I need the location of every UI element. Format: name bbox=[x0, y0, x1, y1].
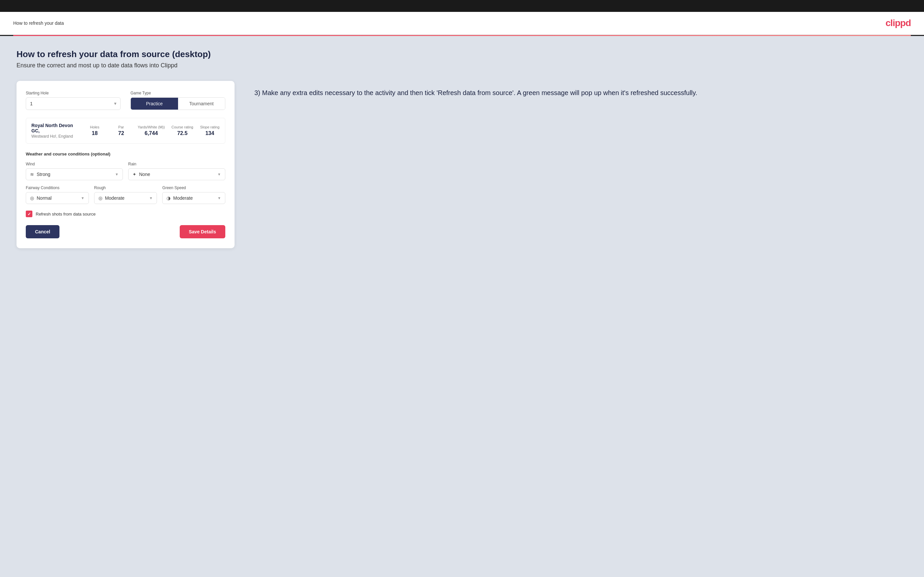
wind-dropdown[interactable]: ≋ Strong ▼ bbox=[26, 168, 123, 180]
fairway-label: Fairway Conditions bbox=[26, 185, 89, 190]
form-card: Starting Hole 1 ▼ Game Type Practice Tou… bbox=[16, 81, 234, 248]
top-bar bbox=[0, 0, 924, 12]
starting-hole-label: Starting Hole bbox=[26, 91, 121, 95]
page-subheading: Ensure the correct and most up to date d… bbox=[16, 62, 908, 69]
wind-rain-row: Wind ≋ Strong ▼ Rain ✦ None ▼ bbox=[26, 162, 225, 180]
slope-rating-label: Slope rating bbox=[200, 125, 220, 129]
side-text: 3) Make any extra edits necessary to the… bbox=[254, 81, 908, 98]
wind-value: Strong bbox=[37, 172, 112, 177]
rain-icon: ✦ bbox=[132, 172, 136, 177]
clippd-logo: clippd bbox=[886, 18, 911, 28]
conditions-title: Weather and course conditions (optional) bbox=[26, 152, 225, 156]
starting-hole-select-wrapper: 1 ▼ bbox=[26, 97, 121, 110]
fairway-value: Normal bbox=[37, 195, 78, 201]
green-speed-chevron-icon: ▼ bbox=[217, 196, 221, 200]
fairway-field: Fairway Conditions ◎ Normal ▼ bbox=[26, 185, 89, 204]
rough-field: Rough ◎ Moderate ▼ bbox=[94, 185, 157, 204]
rough-icon: ◎ bbox=[99, 195, 102, 201]
actions-row: Cancel Save Details bbox=[26, 225, 225, 239]
green-speed-label: Green Speed bbox=[162, 185, 225, 190]
fairway-rough-green-row: Fairway Conditions ◎ Normal ▼ Rough ◎ Mo… bbox=[26, 185, 225, 204]
slope-rating-value: 134 bbox=[205, 131, 215, 136]
rough-dropdown[interactable]: ◎ Moderate ▼ bbox=[94, 192, 157, 204]
par-stat: Par 72 bbox=[111, 125, 131, 136]
holes-label: Holes bbox=[90, 125, 99, 129]
rough-value: Moderate bbox=[105, 195, 147, 201]
header: How to refresh your data clippd bbox=[0, 12, 924, 35]
slope-rating-stat: Slope rating 134 bbox=[200, 125, 220, 136]
page-heading: How to refresh your data from source (de… bbox=[16, 49, 908, 60]
course-location: Westward Ho!, England bbox=[31, 134, 78, 139]
wind-chevron-icon: ▼ bbox=[115, 172, 119, 176]
course-rating-label: Course rating bbox=[171, 125, 193, 129]
rain-chevron-icon: ▼ bbox=[217, 172, 221, 176]
rough-chevron-icon: ▼ bbox=[149, 196, 153, 200]
course-rating-stat: Course rating 72.5 bbox=[171, 125, 193, 136]
refresh-row: Refresh shots from data source bbox=[26, 211, 225, 217]
yards-stat: Yards/White (M)) 6,744 bbox=[138, 125, 165, 136]
green-speed-dropdown[interactable]: ◑ Moderate ▼ bbox=[162, 192, 225, 204]
green-speed-icon: ◑ bbox=[166, 195, 170, 201]
par-label: Par bbox=[118, 125, 124, 129]
starting-hole-select[interactable]: 1 bbox=[26, 97, 121, 110]
fairway-icon: ◎ bbox=[30, 195, 34, 201]
wind-icon: ≋ bbox=[30, 172, 34, 177]
fairway-chevron-icon: ▼ bbox=[81, 196, 84, 200]
content-row: Starting Hole 1 ▼ Game Type Practice Tou… bbox=[16, 81, 908, 248]
tournament-button[interactable]: Tournament bbox=[178, 98, 225, 110]
wind-label: Wind bbox=[26, 162, 123, 166]
rain-dropdown[interactable]: ✦ None ▼ bbox=[128, 168, 225, 180]
rain-value: None bbox=[139, 172, 215, 177]
rough-label: Rough bbox=[94, 185, 157, 190]
form-top-section: Starting Hole 1 ▼ Game Type Practice Tou… bbox=[26, 91, 225, 110]
course-info-box: Royal North Devon GC, Westward Ho!, Engl… bbox=[26, 118, 225, 143]
course-name-col: Royal North Devon GC, Westward Ho!, Engl… bbox=[31, 123, 78, 139]
fairway-dropdown[interactable]: ◎ Normal ▼ bbox=[26, 192, 89, 204]
yards-value: 6,744 bbox=[145, 131, 158, 136]
game-type-toggle: Practice Tournament bbox=[131, 97, 225, 110]
refresh-label: Refresh shots from data source bbox=[36, 211, 95, 216]
wind-field: Wind ≋ Strong ▼ bbox=[26, 162, 123, 180]
holes-stat: Holes 18 bbox=[85, 125, 105, 136]
refresh-checkbox[interactable] bbox=[26, 211, 32, 217]
cancel-button[interactable]: Cancel bbox=[26, 225, 60, 239]
green-speed-field: Green Speed ◑ Moderate ▼ bbox=[162, 185, 225, 204]
main-content: How to refresh your data from source (de… bbox=[0, 36, 924, 577]
save-button[interactable]: Save Details bbox=[180, 225, 226, 239]
game-type-label: Game Type bbox=[131, 91, 225, 95]
course-rating-value: 72.5 bbox=[177, 131, 187, 136]
yards-label: Yards/White (M)) bbox=[138, 125, 165, 129]
rain-label: Rain bbox=[128, 162, 225, 166]
par-value: 72 bbox=[118, 131, 124, 136]
starting-hole-field: Starting Hole 1 ▼ bbox=[26, 91, 121, 110]
green-speed-value: Moderate bbox=[173, 195, 215, 201]
game-type-field: Game Type Practice Tournament bbox=[131, 91, 225, 110]
course-name: Royal North Devon GC, bbox=[31, 123, 78, 133]
holes-value: 18 bbox=[92, 131, 98, 136]
practice-button[interactable]: Practice bbox=[131, 98, 178, 110]
rain-field: Rain ✦ None ▼ bbox=[128, 162, 225, 180]
side-description: 3) Make any extra edits necessary to the… bbox=[254, 87, 908, 98]
header-title: How to refresh your data bbox=[13, 21, 64, 26]
